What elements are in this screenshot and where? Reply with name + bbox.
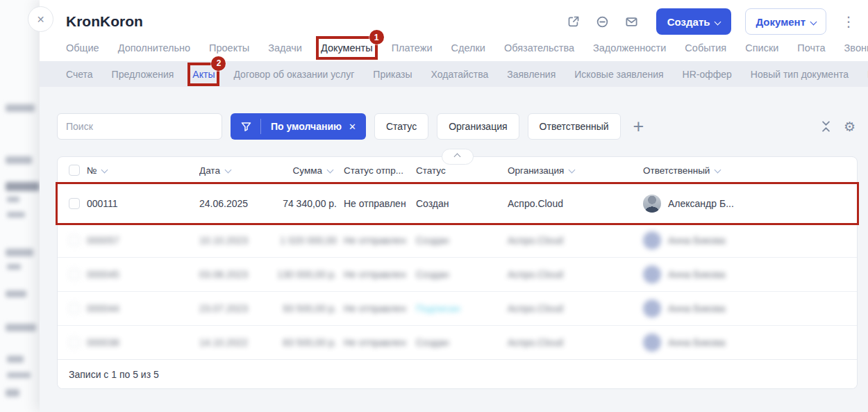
row-checkbox-cell (58, 337, 87, 348)
filter-chip-status[interactable]: Статус (374, 113, 428, 140)
sort-chevron-icon (715, 166, 721, 173)
column-header-5[interactable]: Статус (416, 165, 508, 176)
column-header-2[interactable]: Дата (199, 165, 269, 176)
blurred-sidebar-item (6, 156, 32, 164)
cell-number: 000038 (87, 337, 199, 348)
subtab-petitions[interactable]: Ходатайства (431, 69, 489, 80)
status-badge: Подписан (416, 303, 460, 314)
column-header-3[interactable]: Сумма (269, 165, 344, 176)
sort-chevron-icon (327, 166, 334, 173)
filter-chips: СтатусОрганизацияОтветственный (374, 113, 621, 140)
column-header-6[interactable]: Организация (508, 165, 643, 176)
page-title: KronKoron (66, 13, 143, 30)
chevron-down-icon (810, 18, 817, 25)
sort-chevron-icon (224, 166, 231, 173)
tab-projects[interactable]: Проекты (209, 42, 249, 53)
row-cells: 00005710.10.20231 020 000,00Не отправлен… (58, 224, 857, 257)
collapse-rows-icon[interactable] (822, 121, 830, 132)
tab-deals[interactable]: Сделки (451, 42, 485, 53)
filter-chip-organization[interactable]: Организация (437, 113, 519, 140)
subtab-service-contract[interactable]: Договор об оказании услуг (233, 69, 354, 80)
table-row[interactable]: 00005710.10.20231 020 000,00Не отправлен… (58, 223, 857, 257)
column-header-1[interactable]: № (87, 165, 199, 176)
row-checkbox[interactable] (69, 235, 80, 246)
column-header-7[interactable]: Ответственный (643, 165, 857, 176)
tab-calls[interactable]: Звонки (844, 42, 868, 53)
add-filter-button[interactable]: + (633, 117, 644, 136)
select-all-checkbox[interactable] (69, 165, 80, 176)
table-row[interactable]: 00004423.07.202393 500,00 р.Не отправлен… (58, 291, 857, 325)
subtab-proposals[interactable]: Предложения (112, 69, 174, 80)
tab-lists[interactable]: Списки (745, 42, 778, 53)
kebab-menu-icon[interactable]: ⋮ (840, 15, 857, 28)
responsible-name: Александр Б... (668, 198, 734, 209)
subtab-hr-offer[interactable]: HR-оффер (683, 69, 732, 80)
annotation-step-badge: 1 (369, 30, 384, 44)
cell-responsible: Александр Б... (643, 195, 857, 213)
cell-date: 10.10.2023 (199, 235, 269, 246)
subtab-invoices[interactable]: Счета (66, 69, 93, 80)
subtab-new-doc-type[interactable]: Новый тип документа (751, 69, 849, 80)
table-row[interactable]: 00011124.06.202574 340,00 р.Не отправлен… (58, 183, 857, 223)
subtab-orders[interactable]: Приказы (373, 69, 412, 80)
cell-sum: 83 500,00 р. (269, 337, 344, 348)
subtab-acts[interactable]: Акты2 (192, 69, 215, 80)
responsible-name: Анна Бикова (668, 303, 726, 314)
blurred-sidebar-item (6, 389, 19, 397)
tab-events[interactable]: События (685, 42, 726, 53)
header-checkbox-cell (58, 165, 87, 176)
cell-number: 000044 (87, 303, 199, 314)
collapse-table-button[interactable] (442, 149, 474, 165)
row-checkbox-cell (58, 235, 87, 246)
row-checkbox[interactable] (69, 269, 80, 280)
chevron-down-icon (715, 18, 721, 25)
cell-responsible: Анна Бикова (643, 231, 857, 249)
avatar (643, 195, 661, 213)
create-button[interactable]: Создать (656, 8, 732, 35)
gear-icon[interactable]: ⚙ (844, 119, 856, 135)
mail-icon[interactable] (624, 14, 640, 29)
responsible-name: Анна Бикова (668, 235, 726, 246)
filter-chip-responsible[interactable]: Ответственный (528, 113, 621, 140)
blurred-sidebar-item (7, 212, 25, 217)
table-row[interactable]: 00003814.10.202283 500,00 р.Не отправлен… (58, 325, 857, 359)
row-checkbox[interactable] (69, 337, 80, 348)
cell-send-status: Не отправлен (344, 302, 416, 315)
close-panel-button[interactable]: ✕ (28, 6, 53, 32)
filter-preset-button[interactable]: По умолчанию ✕ (231, 113, 366, 140)
subtab-lawsuits[interactable]: Исковые заявления (574, 69, 663, 80)
tab-debts[interactable]: Задолженности (593, 42, 666, 53)
document-type-tabs: СчетаПредложенияАкты2Договор об оказании… (40, 61, 868, 87)
tab-mail[interactable]: Почта (797, 42, 825, 53)
column-header-4[interactable]: Статус отпр... (344, 165, 416, 176)
link-icon[interactable] (595, 14, 610, 29)
sort-chevron-icon (569, 166, 576, 173)
row-cells: 00003814.10.202283 500,00 р.Не отправлен… (58, 326, 857, 359)
tab-obligations[interactable]: Обязательства (504, 42, 574, 53)
open-in-new-icon[interactable] (566, 14, 581, 29)
tab-additional[interactable]: Дополнительно (118, 42, 190, 53)
tab-documents[interactable]: Документы1 (321, 42, 373, 53)
blurred-sidebar-item (6, 182, 40, 191)
row-cells: 00004423.07.202393 500,00 р.Не отправлен… (58, 292, 857, 325)
row-checkbox[interactable] (69, 198, 80, 209)
filter-toolbar: По умолчанию ✕ СтатусОрганизацияОтветств… (40, 87, 868, 140)
avatar (643, 299, 661, 318)
tab-tasks[interactable]: Задачи (268, 42, 302, 53)
document-button[interactable]: Документ (745, 8, 826, 35)
tab-general[interactable]: Общие (66, 42, 99, 53)
table-row[interactable]: 00004503.08.2023130 000,00 р.Не отправле… (58, 257, 857, 291)
search-input[interactable] (57, 113, 222, 140)
chevron-up-icon (454, 154, 461, 160)
annotation-step-badge: 2 (211, 56, 226, 71)
cell-send-status: Не отправлен (344, 234, 416, 247)
subtab-applications[interactable]: Заявления (507, 69, 556, 80)
clear-filter-icon[interactable]: ✕ (349, 122, 366, 132)
tab-payments[interactable]: Платежи (392, 42, 433, 53)
row-cells: 00004503.08.2023130 000,00 р.Не отправле… (58, 258, 857, 291)
funnel-icon[interactable] (231, 122, 260, 132)
cell-organization: Аспро.Cloud (508, 337, 643, 348)
cell-date: 14.10.2022 (199, 337, 269, 348)
cell-date: 24.06.2025 (199, 198, 269, 209)
row-checkbox[interactable] (69, 303, 80, 314)
